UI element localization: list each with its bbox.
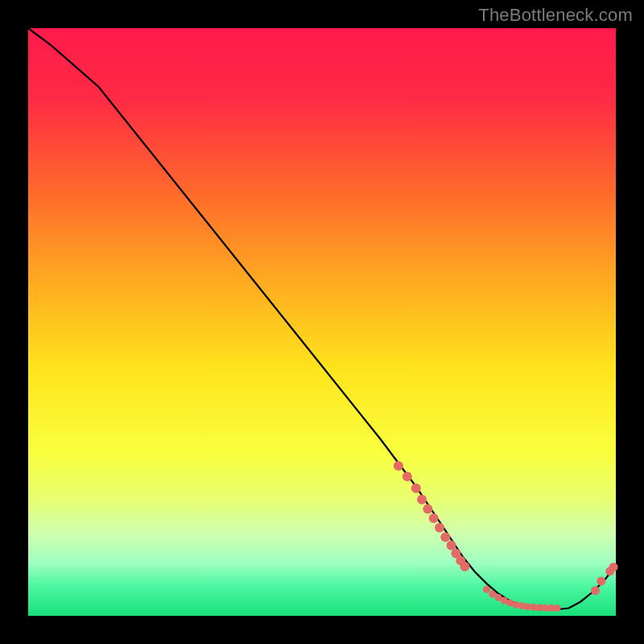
svg-point-1	[394, 461, 403, 471]
chart-frame: TheBottleneck.com	[0, 0, 644, 644]
svg-point-25	[554, 605, 561, 612]
svg-point-6	[429, 514, 439, 523]
watermark-text: TheBottleneck.com	[478, 5, 633, 26]
svg-point-4	[417, 494, 427, 504]
marker-dots	[394, 461, 618, 612]
svg-point-13	[483, 586, 490, 593]
plot-area	[28, 28, 616, 616]
svg-point-27	[597, 576, 605, 585]
svg-point-26	[591, 586, 600, 595]
chart-overlay	[28, 28, 616, 616]
svg-point-3	[411, 484, 421, 493]
svg-point-29	[609, 563, 618, 572]
curve-line	[28, 28, 616, 609]
svg-point-5	[423, 504, 432, 514]
svg-point-12	[460, 562, 469, 572]
svg-point-2	[402, 472, 412, 481]
svg-point-7	[435, 522, 444, 532]
svg-point-8	[440, 532, 450, 542]
svg-point-9	[447, 540, 456, 550]
